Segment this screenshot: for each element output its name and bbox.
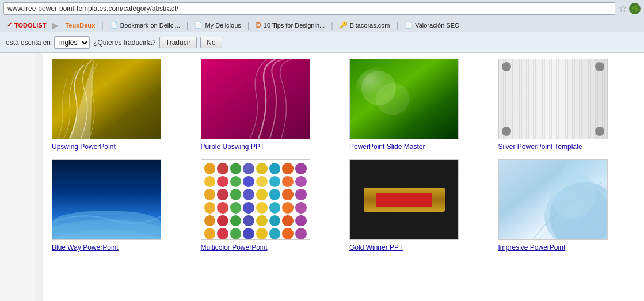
thumb-green[interactable] [349,59,459,139]
multicolor-dot [269,163,281,174]
tab-mydelicious[interactable]: 📄 My Delicious [190,19,245,32]
link-silver[interactable]: Silver PowerPoint Template [498,143,583,151]
tab-sep-6: | [397,21,399,30]
multicolor-dot [282,163,294,174]
browser-addon-icon: 🌿 [629,3,641,14]
tab-sep-4: | [247,21,250,30]
left-scroll-area [0,53,43,301]
tab-tips[interactable]: D 10 Tips for Designin... [251,19,329,32]
link-impressive[interactable]: Impresive PowerPoint [498,243,566,252]
todolist-icon: ✓ [7,21,12,29]
link-purple[interactable]: Purple Upswing PPT [201,143,265,151]
multicolor-dot [269,202,281,214]
multicolor-dot [217,202,228,214]
tips-icon: D [256,21,261,29]
multicolor-dot [230,202,242,214]
multicolor-dot [217,176,228,188]
svg-rect-5 [52,160,161,239]
svg-point-7 [52,230,161,239]
url-input[interactable] [3,2,615,15]
multicolor-dot [243,176,254,188]
content-area: Upswing PowerPoint [43,53,644,301]
template-item-green: PowerPoint Slide Master [349,59,487,151]
multicolor-dot [230,215,242,227]
multicolor-dot [295,215,307,227]
multicolor-dot [243,189,254,200]
silver-corner-tr [595,62,604,71]
link-multicolor[interactable]: Multicolor PowerPoint [201,243,268,252]
thumb-silver[interactable] [498,59,608,139]
bitacoras-icon: 🔑 [340,21,348,29]
template-item-blueway: Blue Way PowerPoint [52,159,189,252]
template-item-multicolor: Multicolor PowerPoint [201,159,338,252]
multicolor-dot [295,189,307,200]
translation-question: ¿Quieres traducirla? [93,39,156,47]
scroll-track[interactable] [35,53,43,301]
multicolor-dot [282,215,294,227]
multicolor-dot [295,228,307,239]
thumb-multicolor[interactable] [201,159,310,240]
link-gold[interactable]: Gold Winner PPT [349,243,403,252]
svg-rect-1 [201,59,310,139]
translation-prefix: está escrita en [6,39,51,47]
multicolor-dot [230,176,242,188]
template-item-purple: Purple Upswing PPT [201,59,338,151]
multicolor-dot [256,228,268,239]
multicolor-dot [256,189,268,200]
multicolor-dot [217,215,228,227]
upswing-svg [52,59,161,139]
tab-valoracion[interactable]: 📄 Valoración SEO [400,19,464,32]
tab-teux[interactable]: TeuxDeux [60,19,100,32]
gold-plate-inner [376,193,433,207]
translate-button[interactable]: Traducir [159,37,197,48]
multicolor-dot [230,228,242,239]
link-blueway[interactable]: Blue Way PowerPoint [52,243,119,252]
multicolor-dot [204,189,216,200]
bookmark-star-icon[interactable]: ☆ [619,3,627,14]
tab-bookmark[interactable]: 📄 Bookmark on Delici... [105,19,185,32]
mydelicious-page-icon: 📄 [195,21,203,29]
multicolor-dot [204,228,216,239]
impressive-svg [499,160,607,239]
thumb-impressive[interactable] [498,159,608,240]
multicolor-dot [217,228,228,239]
thumb-gold-bg [350,160,458,239]
multicolor-dot [230,163,242,174]
svg-point-11 [542,188,581,222]
multicolor-dot [217,189,228,200]
thumb-impressive-bg [499,160,607,239]
translation-bar: está escrita en inglés ¿Quieres traducir… [0,32,644,53]
thumb-silver-bg [499,59,607,139]
silver-corner-bl [502,127,511,136]
multicolor-dot [204,176,216,188]
multicolor-dot [295,202,307,214]
thumb-gold[interactable] [349,159,459,240]
multicolor-dot [282,176,294,188]
link-slide-master[interactable]: PowerPoint Slide Master [349,143,425,151]
language-select[interactable]: inglés [54,36,90,49]
thumb-upswing-bg [52,59,161,139]
thumb-blueway-bg [52,160,161,239]
multicolor-dot [243,228,254,239]
bookmark-page-icon: 📄 [110,21,118,29]
no-button[interactable]: No [200,37,222,48]
thumb-blueway[interactable] [52,159,161,240]
dots-grid [201,160,310,239]
link-upswing[interactable]: Upswing PowerPoint [52,143,116,151]
multicolor-dot [204,202,216,214]
multicolor-dot [256,202,268,214]
thumb-purple[interactable] [201,59,310,139]
tab-bitacoras[interactable]: 🔑 Bitacoras.com [335,19,395,32]
multicolor-dot [204,163,216,174]
multicolor-dot [256,163,268,174]
thumb-multicolor-bg [201,160,310,239]
thumb-upswing[interactable] [52,59,161,139]
svg-point-4 [376,83,410,115]
tab-sep-3: | [186,21,189,30]
multicolor-dot [256,215,268,227]
tab-todolist[interactable]: ✓ TODOLIST [2,19,51,32]
multicolor-dot [256,176,268,188]
template-item-impressive: Impresive PowerPoint [498,159,636,252]
template-item-upswing: Upswing PowerPoint [52,59,189,151]
purple-svg [201,59,310,139]
